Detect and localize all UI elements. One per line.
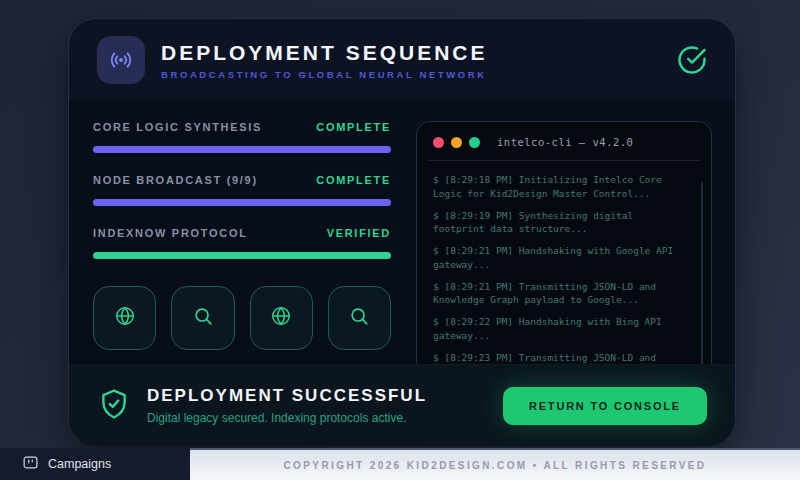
success-title: DEPLOYMENT SUCCESSFUL (147, 386, 427, 406)
quick-actions (93, 286, 391, 350)
globe-button[interactable] (93, 286, 156, 350)
terminal-log-line: $ [8:29:18 PM] Initializing Intelco Core… (433, 173, 685, 201)
status-badge: VERIFIED (327, 227, 391, 239)
search-icon (348, 305, 370, 331)
progress-bar (93, 146, 391, 153)
progress-bar (93, 199, 391, 206)
card-body: CORE LOGIC SYNTHESIS COMPLETE NODE BROAD… (69, 101, 735, 364)
success-text: DEPLOYMENT SUCCESSFUL Digital legacy sec… (147, 386, 427, 425)
progress-panel: CORE LOGIC SYNTHESIS COMPLETE NODE BROAD… (93, 121, 391, 350)
terminal-log-line: $ [8:29:21 PM] Transmitting JSON-LD and … (433, 280, 685, 308)
terminal-divider (429, 160, 699, 161)
traffic-light-red-icon (433, 137, 444, 148)
globe-icon (270, 305, 292, 331)
footer-strip: Campaigns COPYRIGHT 2026 KID2DESIGN.COM … (0, 448, 800, 480)
progress-label: NODE BROADCAST (9/9) (93, 174, 258, 186)
deployment-screen: DEPLOYMENT SEQUENCE BROADCASTING TO GLOB… (0, 0, 800, 480)
terminal-log-line: $ [8:29:19 PM] Synthesizing digital foot… (433, 209, 685, 237)
progress-core-logic: CORE LOGIC SYNTHESIS COMPLETE (93, 121, 391, 153)
terminal-log-line: $ [8:29:23 PM] Transmitting JSON-LD and … (433, 351, 685, 364)
progress-node-broadcast: NODE BROADCAST (9/9) COMPLETE (93, 174, 391, 206)
traffic-light-amber-icon (451, 137, 462, 148)
terminal-scrollbar[interactable] (701, 182, 703, 364)
progress-indexnow: INDEXNOW PROTOCOL VERIFIED (93, 227, 391, 259)
status-badge: COMPLETE (316, 174, 391, 186)
globe-icon (114, 305, 136, 331)
globe-button[interactable] (250, 286, 313, 350)
terminal-panel: intelco-cli — v4.2.0 $ [8:29:18 PM] Init… (416, 121, 712, 364)
check-circle-icon (677, 45, 707, 75)
progress-label: INDEXNOW PROTOCOL (93, 227, 248, 239)
terminal-log-line: $ [8:29:21 PM] Handshaking with Google A… (433, 244, 685, 272)
traffic-light-green-icon (469, 137, 480, 148)
taskbar-item-label: Campaigns (48, 457, 111, 471)
success-subtitle: Digital legacy secured. Indexing protoco… (147, 411, 427, 425)
progress-bar (93, 252, 391, 259)
page-title: DEPLOYMENT SEQUENCE (161, 41, 488, 65)
status-badge: COMPLETE (316, 121, 391, 133)
return-to-console-button[interactable]: RETURN TO CONSOLE (503, 387, 707, 425)
terminal-log-line: $ [8:29:22 PM] Handshaking with Bing API… (433, 315, 685, 343)
search-button[interactable] (171, 286, 234, 350)
search-icon (192, 305, 214, 331)
deployment-card: DEPLOYMENT SEQUENCE BROADCASTING TO GLOB… (68, 18, 736, 445)
copyright-text: COPYRIGHT 2026 KID2DESIGN.COM • ALL RIGH… (284, 460, 707, 471)
taskbar: Campaigns (0, 448, 190, 480)
copyright-bar: COPYRIGHT 2026 KID2DESIGN.COM • ALL RIGH… (190, 448, 800, 480)
header-titles: DEPLOYMENT SEQUENCE BROADCASTING TO GLOB… (161, 41, 488, 80)
shield-check-icon (97, 387, 131, 425)
progress-label: CORE LOGIC SYNTHESIS (93, 121, 262, 133)
broadcast-icon (97, 36, 145, 84)
search-button[interactable] (328, 286, 391, 350)
terminal-header: intelco-cli — v4.2.0 (433, 136, 695, 148)
taskbar-item-campaigns[interactable]: Campaigns (22, 454, 111, 475)
terminal-title: intelco-cli — v4.2.0 (497, 136, 633, 148)
page-subtitle: BROADCASTING TO GLOBAL NEURAL NETWORK (161, 69, 488, 80)
success-bar: DEPLOYMENT SUCCESSFUL Digital legacy sec… (69, 364, 735, 446)
kanban-board-icon (22, 454, 39, 475)
card-header: DEPLOYMENT SEQUENCE BROADCASTING TO GLOB… (69, 19, 735, 101)
